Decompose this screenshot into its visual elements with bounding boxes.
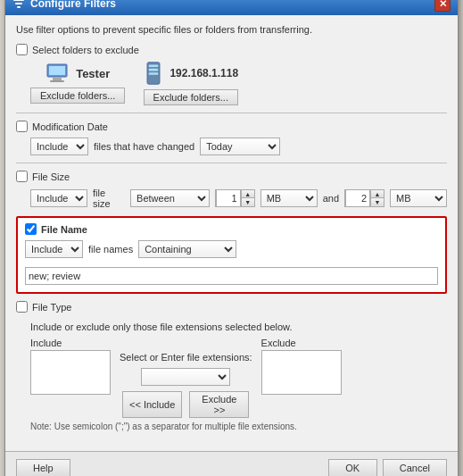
size-val2-up[interactable]: ▲	[371, 190, 384, 198]
exclude-list-col: Exclude	[261, 338, 342, 395]
cancel-button[interactable]: Cancel	[383, 459, 447, 476]
server-item: 192.168.1.118 Exclude folders...	[143, 61, 238, 105]
file-name-title: File Name	[41, 224, 87, 235]
size-val1-arrows: ▲ ▼	[241, 190, 254, 206]
file-size-title: File Size	[32, 171, 70, 182]
server-exclude-btn[interactable]: Exclude folders...	[144, 89, 238, 105]
file-name-checkbox[interactable]	[25, 223, 37, 235]
filetype-mid: Select or Enter file extensions: << Incl…	[120, 338, 252, 418]
modification-date-row: Include files that have changed Today	[30, 138, 447, 155]
tester-exclude-btn[interactable]: Exclude folders...	[30, 88, 125, 104]
configure-filters-dialog: Configure Filters ✕ Use filter options t…	[4, 0, 459, 476]
svg-rect-6	[50, 80, 64, 82]
file-size-checkbox[interactable]	[16, 171, 28, 182]
file-name-header: File Name	[25, 223, 438, 235]
svg-rect-4	[49, 66, 65, 75]
file-type-row: Include Select or Enter file extensions:…	[30, 338, 447, 418]
mod-date-select[interactable]: Today	[200, 138, 280, 155]
modification-date-title: Modification Date	[32, 121, 108, 132]
select-folders-checkbox[interactable]	[16, 44, 28, 55]
file-type-desc: Include or exclude only those file exten…	[30, 322, 447, 332]
exclude-list[interactable]	[261, 350, 342, 395]
mod-middle-text: files that have changed	[94, 141, 194, 152]
file-type-header: File Type	[16, 301, 447, 313]
filename-value-input[interactable]	[25, 267, 438, 285]
size-val1-down[interactable]: ▼	[242, 198, 254, 206]
modification-date-section: Modification Date Include files that hav…	[16, 121, 447, 155]
divider-2	[16, 163, 447, 163]
file-name-section: File Name Include file names Containing	[16, 216, 447, 294]
size-val1-input[interactable]	[216, 189, 241, 207]
size-middle-text: file size	[93, 188, 125, 209]
ext-select[interactable]	[141, 368, 230, 386]
tester-name: Tester	[76, 67, 110, 80]
bottom-bar: Help OK Cancel	[5, 451, 458, 476]
file-type-section: File Type Include or exclude only those …	[16, 301, 447, 435]
include-list-label: Include	[30, 338, 111, 348]
folder-row: Tester Exclude folders...	[30, 61, 447, 105]
include-list[interactable]	[30, 350, 111, 395]
filename-middle-text: file names	[88, 244, 133, 255]
svg-point-13	[157, 73, 159, 75]
dialog-body: Use filter options to prevent specific f…	[5, 15, 458, 451]
close-button[interactable]: ✕	[434, 0, 451, 12]
file-size-header: File Size	[16, 171, 447, 182]
include-list-col: Include	[30, 338, 111, 395]
filename-include-select[interactable]: Include	[25, 240, 83, 258]
server-icon-area: 192.168.1.118	[143, 61, 238, 86]
size-range-select[interactable]: Between	[130, 189, 210, 207]
title-bar: Configure Filters ✕	[5, 0, 458, 15]
include-btn[interactable]: << Include	[122, 391, 182, 418]
size-val1-spinner: ▲ ▼	[215, 189, 255, 207]
file-size-section: File Size Include file size Between ▲	[16, 171, 447, 209]
svg-point-12	[157, 69, 159, 71]
select-folders-title: Select folders to exclude	[32, 45, 139, 55]
filter-icon	[12, 0, 25, 10]
computer-icon	[45, 63, 70, 84]
exclude-btn[interactable]: Exclude >>	[189, 391, 249, 418]
size-and-text: and	[323, 193, 339, 204]
filetype-btns-row: << Include Exclude >>	[122, 391, 249, 418]
size-unit2-select[interactable]: MB	[390, 189, 447, 207]
mod-include-select[interactable]: Include	[30, 138, 88, 155]
filename-containing-select[interactable]: Containing	[138, 240, 236, 258]
file-type-content: Include or exclude only those file exten…	[16, 318, 447, 435]
select-folders-content: Tester Exclude folders...	[16, 61, 447, 105]
note-text: Note: Use semicolon (";") as a separator…	[30, 422, 447, 431]
help-button[interactable]: Help	[16, 459, 70, 476]
file-type-title: File Type	[32, 302, 71, 313]
file-size-content: Include file size Between ▲ ▼ MB	[16, 188, 447, 209]
tester-item: Tester Exclude folders...	[30, 63, 125, 104]
svg-rect-2	[17, 6, 21, 8]
file-type-checkbox[interactable]	[16, 301, 28, 313]
description-text: Use filter options to prevent specific f…	[16, 24, 447, 35]
modification-date-content: Include files that have changed Today	[16, 138, 447, 155]
size-val1-up[interactable]: ▲	[242, 190, 254, 198]
title-bar-left: Configure Filters	[12, 0, 116, 10]
modification-date-checkbox[interactable]	[16, 121, 28, 132]
select-ext-label: Select or Enter file extensions:	[120, 352, 252, 363]
exclude-list-label: Exclude	[261, 338, 342, 348]
modification-date-header: Modification Date	[16, 121, 447, 132]
server-name: 192.168.1.118	[169, 67, 238, 79]
svg-rect-0	[13, 0, 24, 1]
title-text: Configure Filters	[30, 0, 116, 10]
ok-button[interactable]: OK	[328, 459, 377, 476]
server-icon	[143, 61, 164, 86]
tester-icon-area: Tester	[45, 63, 110, 84]
svg-point-11	[157, 65, 159, 67]
size-val2-spinner: ▲ ▼	[344, 189, 384, 207]
size-val2-down[interactable]: ▼	[371, 198, 384, 206]
size-val2-arrows: ▲ ▼	[370, 190, 384, 206]
file-name-row: Include file names Containing	[25, 240, 438, 258]
size-include-select[interactable]: Include	[30, 189, 87, 207]
select-folders-header: Select folders to exclude	[16, 44, 447, 55]
size-unit1-select[interactable]: MB	[260, 189, 318, 207]
svg-rect-5	[53, 78, 62, 80]
svg-rect-1	[15, 3, 22, 4]
bottom-right: OK Cancel	[328, 459, 447, 476]
select-folders-section: Select folders to exclude Test	[16, 44, 447, 105]
divider-1	[16, 113, 447, 113]
file-size-row: Include file size Between ▲ ▼ MB	[30, 188, 447, 209]
size-val2-input[interactable]	[345, 189, 370, 207]
